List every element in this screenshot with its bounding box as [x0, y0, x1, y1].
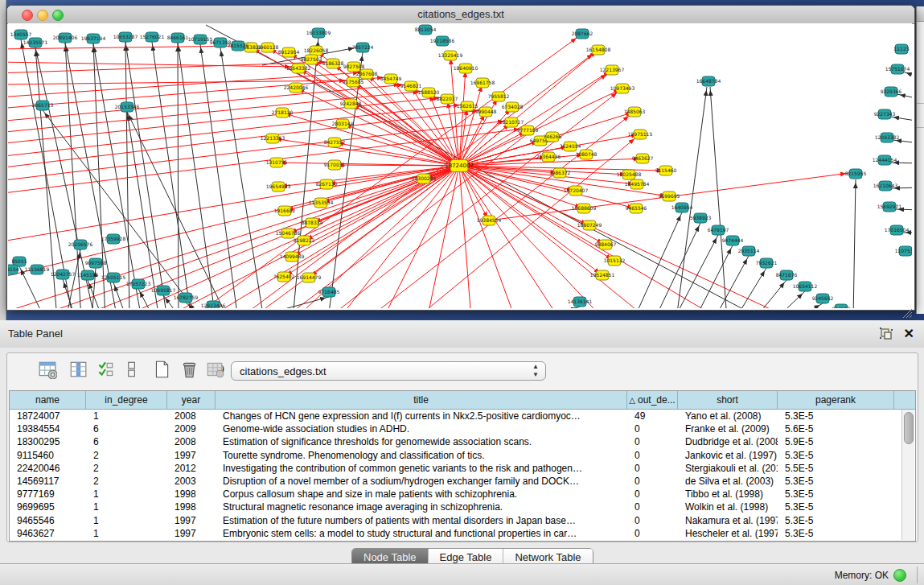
- network-node[interactable]: 19218586: [430, 36, 455, 46]
- network-node[interactable]: 9227343: [874, 109, 896, 119]
- table-cell[interactable]: 5.3E-5: [778, 514, 894, 527]
- table-cell[interactable]: Embryonic stem cells: a model to study s…: [216, 527, 627, 540]
- network-node[interactable]: 9463627: [632, 154, 654, 163]
- network-node[interactable]: 1310755: [266, 158, 288, 167]
- network-node[interactable]: 16033809: [306, 28, 331, 38]
- table-cell[interactable]: Jankovic et al. (1997): [678, 449, 778, 462]
- table-cell[interactable]: 1: [86, 514, 167, 527]
- table-cell[interactable]: 5.3E-5: [778, 475, 894, 488]
- network-node[interactable]: 9960128: [257, 43, 279, 52]
- table-row[interactable]: 977716911998Corpus callosum shape and si…: [10, 488, 915, 501]
- network-node[interactable]: 1916682: [274, 206, 296, 216]
- table-cell[interactable]: 1: [86, 410, 167, 422]
- table-cell[interactable]: 22420046: [10, 462, 86, 475]
- table-cell[interactable]: 2008: [167, 435, 216, 448]
- network-node[interactable]: 9115460: [655, 166, 677, 175]
- network-node[interactable]: 22420046: [284, 83, 309, 93]
- table-selector-combobox[interactable]: citations_edges.txt ▲▼: [231, 361, 546, 381]
- network-node[interactable]: 9175685: [343, 77, 364, 87]
- network-node[interactable]: 10688609: [572, 204, 597, 213]
- network-node[interactable]: 924502: [832, 304, 851, 308]
- vertical-scrollbar[interactable]: [901, 410, 914, 540]
- table-cell[interactable]: Disruption of a novel member of a sodium…: [216, 475, 627, 488]
- table-cell[interactable]: Wolkin et al. (1998): [678, 501, 778, 513]
- table-cell[interactable]: 0: [627, 449, 678, 462]
- table-cell[interactable]: 1: [86, 527, 167, 540]
- table-cell[interactable]: 49: [627, 410, 678, 422]
- table-cell[interactable]: 2: [86, 449, 167, 462]
- network-node[interactable]: 2065713: [32, 101, 54, 110]
- network-node[interactable]: 9170031: [324, 160, 346, 170]
- table-cell[interactable]: 5.3E-5: [778, 488, 894, 501]
- network-node[interactable]: 39154: [8, 265, 19, 274]
- table-cell[interactable]: de Silva et al. (2003): [678, 475, 778, 488]
- table-cell[interactable]: 5.3E-5: [778, 527, 894, 540]
- network-node[interactable]: 19654923: [266, 182, 291, 192]
- column-header-year[interactable]: year: [167, 391, 216, 409]
- table-column-icon[interactable]: [68, 360, 91, 382]
- network-node[interactable]: 15276021: [140, 32, 165, 42]
- network-node[interactable]: 8878334: [302, 218, 323, 228]
- network-node[interactable]: 20891406: [53, 33, 78, 43]
- table-cell[interactable]: 0: [627, 514, 678, 527]
- table-cell[interactable]: 2012: [167, 462, 216, 475]
- network-node[interactable]: 16914479: [297, 273, 322, 282]
- network-node[interactable]: 10653287: [113, 32, 138, 42]
- table-cell[interactable]: 1998: [167, 488, 216, 501]
- table-row[interactable]: 946362711997Embryonic stem cells: a mode…: [10, 527, 915, 540]
- network-node[interactable]: 9474444: [722, 236, 744, 245]
- network-node[interactable]: 1640954: [671, 203, 693, 212]
- table-cell[interactable]: 14569117: [10, 475, 86, 488]
- network-node[interactable]: 3624554: [560, 142, 581, 151]
- network-node[interactable]: 1015132: [604, 256, 626, 266]
- table-cell[interactable]: Tibbo et al. (1998): [678, 488, 778, 501]
- network-node[interactable]: 9716485: [318, 287, 340, 297]
- table-cell[interactable]: 0: [627, 501, 678, 513]
- network-node[interactable]: 7485063: [624, 107, 646, 117]
- network-node[interactable]: 2935114: [738, 246, 760, 256]
- table-cell[interactable]: 5.6E-5: [778, 422, 894, 435]
- import-table-icon[interactable]: [205, 360, 228, 382]
- network-node[interactable]: 15692971: [877, 202, 902, 212]
- network-node[interactable]: 19937194: [81, 34, 106, 43]
- network-node[interactable]: 1080748: [576, 150, 598, 159]
- scrollbar-thumb[interactable]: [904, 412, 914, 444]
- table-row[interactable]: 2242004622012Investigating the contribut…: [10, 462, 915, 475]
- network-node[interactable]: 9465546: [626, 204, 647, 213]
- table-cell[interactable]: Stergiakouli et al. (2012): [678, 462, 778, 475]
- close-panel-icon[interactable]: ✕: [904, 326, 914, 341]
- table-cell[interactable]: Estimation of the future numbers of pati…: [216, 514, 627, 527]
- table-row[interactable]: 1456911722003Disruption of a novel membe…: [10, 475, 915, 488]
- table-row[interactable]: 1830029562008Estimation of significance …: [10, 435, 915, 448]
- float-window-icon[interactable]: [879, 327, 893, 341]
- network-node[interactable]: 18640910: [454, 64, 478, 73]
- network-node[interactable]: 19524851: [590, 270, 615, 280]
- table-cell[interactable]: 9699695: [10, 501, 86, 513]
- network-node[interactable]: 7932621: [756, 258, 778, 268]
- column-header-short[interactable]: short: [678, 391, 778, 409]
- network-window-titlebar[interactable]: citations_edges.txt: [7, 6, 914, 24]
- table-cell[interactable]: Genome-wide association studies in ADHD.: [216, 422, 627, 435]
- table-cell[interactable]: 1998: [167, 501, 216, 513]
- network-node[interactable]: 13325419: [438, 51, 463, 60]
- network-node[interactable]: 2718120: [272, 108, 294, 117]
- network-node[interactable]: 9884067: [595, 240, 617, 249]
- network-node[interactable]: 11156819: [25, 265, 50, 274]
- table-cell[interactable]: 2009: [167, 422, 216, 435]
- network-node[interactable]: 8215955: [845, 169, 867, 179]
- table-cell[interactable]: 5.9E-5: [778, 435, 894, 448]
- network-node[interactable]: 7857224: [352, 43, 374, 52]
- network-node[interactable]: 9245652: [812, 294, 834, 303]
- table-cell[interactable]: 1: [86, 488, 167, 501]
- table-cell[interactable]: Hescheler et al. (1997): [678, 527, 778, 540]
- table-cell[interactable]: 9465546: [10, 514, 86, 527]
- network-node[interactable]: 12444154: [873, 155, 897, 165]
- network-node[interactable]: 17359928: [101, 234, 126, 244]
- table-cell[interactable]: 5.5E-5: [778, 462, 894, 475]
- network-node[interactable]: 9198222: [294, 236, 315, 245]
- network-node[interactable]: 1145194: [77, 270, 99, 280]
- column-header-in_degree[interactable]: in_degree: [86, 391, 167, 409]
- table-cell[interactable]: 0: [627, 527, 678, 540]
- network-node[interactable]: 14099489: [280, 252, 305, 262]
- table-cell[interactable]: 5.3E-5: [778, 410, 894, 422]
